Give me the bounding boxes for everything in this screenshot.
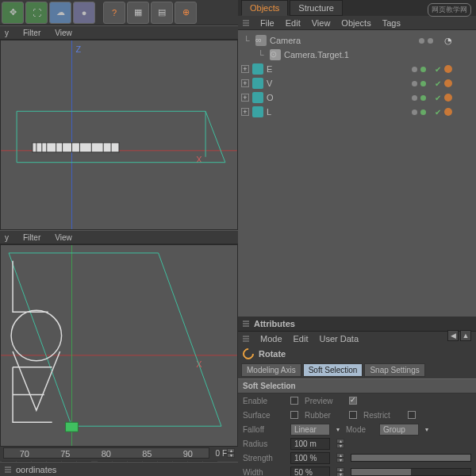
spinner-width[interactable]: ▴▾ [336, 467, 344, 476]
tick-90: 90 [183, 449, 193, 459]
tree-row-e[interactable]: + E ✔ [241, 62, 473, 76]
checkbox-preview[interactable] [349, 397, 357, 405]
expand-icon[interactable]: + [241, 94, 249, 102]
subtab-soft-selection[interactable]: Soft Selection [303, 363, 363, 377]
target-icon: ⊙ [270, 49, 281, 60]
checkbox-restrict[interactable] [408, 411, 416, 419]
subtab-modeling-axis[interactable]: Modeling Axis [241, 363, 301, 377]
menu-y[interactable]: y [5, 29, 9, 37]
label-strength: Strength [243, 454, 284, 463]
slider-strength[interactable] [351, 454, 471, 462]
text-obj-icon [252, 106, 263, 117]
grid-icon[interactable]: ▤ [151, 2, 173, 24]
input-strength[interactable]: 100 % [290, 452, 330, 464]
checkbox-surface[interactable] [290, 411, 298, 419]
input-width[interactable]: 50 % [290, 466, 330, 477]
grid-snap-icon[interactable]: ▦ [127, 2, 149, 24]
nav-back-icon[interactable]: ◀ [447, 330, 459, 341]
menu-mode[interactable]: Mode [260, 334, 282, 344]
menu-userdata[interactable]: User Data [320, 334, 359, 344]
subtab-snap-settings[interactable]: Snap Settings [364, 363, 424, 377]
label-radius: Radius [243, 440, 284, 448]
attr-subtabs: Modeling Axis Soft Selection Snap Settin… [238, 362, 476, 378]
globe-icon[interactable]: ⊕ [175, 2, 197, 24]
dropdown-falloff[interactable]: Linear [290, 424, 330, 436]
grip-icon[interactable] [243, 20, 249, 26]
tick-80: 80 [102, 449, 111, 459]
watermark: 网页教学网 [428, 3, 471, 17]
svg-rect-5 [33, 143, 119, 152]
material-tag-icon[interactable] [444, 79, 452, 87]
expand-icon[interactable]: + [241, 79, 249, 87]
label-width: Width [243, 468, 284, 477]
main-toolbar: ✥ ⛶ ☁ ● ? ▦ ▤ ⊕ [0, 0, 238, 25]
nav-up-icon[interactable]: ▲ [460, 330, 471, 341]
viewport-top[interactable]: Z X [0, 40, 238, 230]
section-soft-selection: Soft Selection [238, 378, 476, 393]
grip-icon[interactable] [243, 336, 249, 342]
timeline-ruler[interactable]: 70 75 80 85 90 [3, 447, 209, 459]
label-falloff: Falloff [243, 425, 284, 434]
tree-row-camera[interactable]: └ ∞ Camera ◔ [241, 33, 473, 48]
label-preview: Preview [305, 397, 343, 405]
expand-icon[interactable]: + [241, 108, 249, 116]
menu-tags[interactable]: Tags [382, 18, 401, 28]
menu-view[interactable]: View [55, 29, 72, 37]
tree-label: Camera.Target.1 [284, 50, 473, 60]
text-obj-icon [252, 78, 263, 89]
material-tag-icon[interactable] [444, 94, 452, 102]
grip-icon[interactable] [243, 321, 249, 327]
tree-row-o[interactable]: + O ✔ [241, 90, 473, 105]
spinner-strength[interactable]: ▴▾ [336, 453, 344, 463]
menu-view-2[interactable]: View [55, 233, 72, 242]
menu-filter[interactable]: Filter [23, 29, 40, 37]
fullscreen-icon[interactable]: ⛶ [25, 2, 48, 24]
checkbox-rubber[interactable] [349, 411, 357, 419]
cloud-icon[interactable]: ☁ [49, 2, 71, 24]
tab-objects[interactable]: Objects [241, 0, 288, 16]
menu-y-2[interactable]: y [5, 233, 9, 242]
attributes-header: Attributes [238, 316, 476, 332]
menu-filter-2[interactable]: Filter [23, 233, 40, 242]
coordinates-bar: oordinates [0, 462, 238, 476]
label-mode: Mode [346, 425, 373, 434]
slider-width[interactable] [351, 468, 471, 476]
expand-icon[interactable]: + [241, 65, 249, 73]
coordinates-label: oordinates [16, 465, 56, 474]
label-rubber: Rubber [305, 411, 343, 420]
sphere-icon[interactable]: ● [73, 2, 95, 24]
help-icon[interactable]: ? [103, 2, 125, 24]
dropdown-mode[interactable]: Group [379, 424, 419, 436]
svg-point-21 [11, 310, 61, 360]
checkbox-enable[interactable] [290, 397, 298, 405]
tab-structure[interactable]: Structure [290, 0, 343, 16]
tool-name: Rotate [259, 349, 286, 359]
viewport-bottom-menu: y Filter View [0, 230, 238, 244]
menu-objects[interactable]: Objects [341, 18, 370, 28]
objects-menu: File Edit View Objects Tags [238, 16, 476, 30]
frame-readout: 0 F [216, 449, 227, 458]
tree-row-target[interactable]: └ ⊙ Camera.Target.1 [241, 48, 473, 62]
spinner-radius[interactable]: ▴▾ [336, 439, 344, 448]
menu-edit[interactable]: Edit [286, 18, 301, 28]
object-tree: └ ∞ Camera ◔ └ ⊙ Camera.Target.1 + E ✔ +… [238, 30, 476, 316]
menu-edit-a[interactable]: Edit [294, 334, 309, 344]
text-obj-icon [252, 92, 263, 103]
input-radius[interactable]: 100 m [290, 438, 330, 450]
viewcam-icon[interactable]: ◔ [444, 36, 452, 46]
move-icon[interactable]: ✥ [2, 2, 24, 24]
tree-row-l[interactable]: + L ✔ [241, 105, 473, 119]
viewport-top-menu: y Filter View [0, 25, 238, 40]
viewport-bottom[interactable]: X [0, 244, 238, 447]
menu-file[interactable]: File [260, 18, 274, 28]
frame-spinner[interactable]: ▴▾ [227, 448, 235, 458]
tick-70: 70 [20, 449, 29, 459]
rotate-icon [240, 346, 256, 362]
timeline-ruler-bar: 70 75 80 85 90 0 F ▴▾ [0, 447, 238, 459]
menu-view-p[interactable]: View [312, 18, 331, 28]
tree-row-v[interactable]: + V ✔ [241, 76, 473, 90]
attributes-title: Attributes [254, 319, 295, 328]
material-tag-icon[interactable] [444, 108, 452, 116]
label-enable: Enable [243, 397, 284, 405]
material-tag-icon[interactable] [444, 65, 452, 73]
